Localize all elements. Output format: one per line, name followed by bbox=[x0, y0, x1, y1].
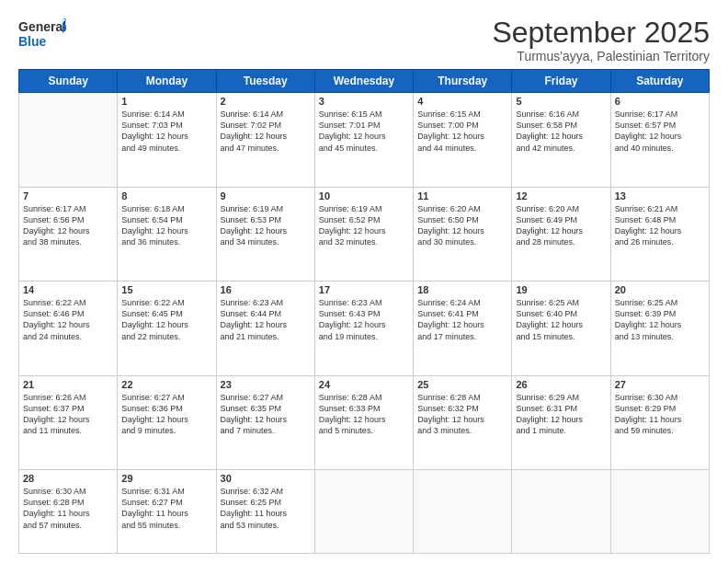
cell-content: Sunrise: 6:28 AM Sunset: 6:33 PM Dayligh… bbox=[319, 392, 409, 437]
col-thursday: Thursday bbox=[414, 70, 512, 93]
table-row: 1Sunrise: 6:14 AM Sunset: 7:03 PM Daylig… bbox=[118, 93, 216, 187]
cell-content: Sunrise: 6:18 AM Sunset: 6:54 PM Dayligh… bbox=[121, 203, 211, 248]
day-number: 2 bbox=[221, 96, 311, 107]
calendar-week-row: 28Sunrise: 6:30 AM Sunset: 6:28 PM Dayli… bbox=[19, 470, 710, 554]
day-number: 15 bbox=[121, 284, 211, 295]
table-row: 5Sunrise: 6:16 AM Sunset: 6:58 PM Daylig… bbox=[512, 93, 610, 187]
table-row: 10Sunrise: 6:19 AM Sunset: 6:52 PM Dayli… bbox=[314, 187, 413, 281]
title-area: September 2025 Turmus'ayya, Palestinian … bbox=[492, 17, 710, 63]
cell-content: Sunrise: 6:22 AM Sunset: 6:46 PM Dayligh… bbox=[23, 297, 113, 342]
day-number: 20 bbox=[615, 284, 705, 295]
day-number: 7 bbox=[23, 190, 113, 201]
day-number: 16 bbox=[221, 284, 311, 295]
table-row: 22Sunrise: 6:27 AM Sunset: 6:36 PM Dayli… bbox=[118, 375, 216, 469]
table-row bbox=[414, 470, 512, 554]
table-row bbox=[512, 470, 610, 554]
table-row: 12Sunrise: 6:20 AM Sunset: 6:49 PM Dayli… bbox=[512, 187, 610, 281]
cell-content: Sunrise: 6:14 AM Sunset: 7:03 PM Dayligh… bbox=[121, 109, 211, 154]
cell-content: Sunrise: 6:20 AM Sunset: 6:50 PM Dayligh… bbox=[417, 203, 507, 248]
cell-content: Sunrise: 6:32 AM Sunset: 6:25 PM Dayligh… bbox=[221, 486, 311, 531]
day-number: 9 bbox=[221, 190, 311, 201]
table-row: 26Sunrise: 6:29 AM Sunset: 6:31 PM Dayli… bbox=[512, 375, 610, 469]
table-row: 28Sunrise: 6:30 AM Sunset: 6:28 PM Dayli… bbox=[19, 470, 118, 554]
calendar-header-row: Sunday Monday Tuesday Wednesday Thursday… bbox=[19, 70, 710, 93]
table-row: 11Sunrise: 6:20 AM Sunset: 6:50 PM Dayli… bbox=[414, 187, 512, 281]
day-number: 23 bbox=[221, 379, 311, 390]
cell-content: Sunrise: 6:26 AM Sunset: 6:37 PM Dayligh… bbox=[23, 392, 113, 437]
cell-content: Sunrise: 6:21 AM Sunset: 6:48 PM Dayligh… bbox=[615, 203, 705, 248]
day-number: 27 bbox=[615, 379, 705, 390]
table-row: 19Sunrise: 6:25 AM Sunset: 6:40 PM Dayli… bbox=[512, 282, 610, 375]
day-number: 19 bbox=[516, 284, 606, 295]
calendar-week-row: 21Sunrise: 6:26 AM Sunset: 6:37 PM Dayli… bbox=[19, 375, 710, 469]
cell-content: Sunrise: 6:28 AM Sunset: 6:32 PM Dayligh… bbox=[417, 392, 507, 437]
col-tuesday: Tuesday bbox=[216, 70, 314, 93]
calendar-week-row: 1Sunrise: 6:14 AM Sunset: 7:03 PM Daylig… bbox=[19, 93, 710, 187]
table-row bbox=[610, 470, 709, 554]
day-number: 14 bbox=[23, 284, 113, 295]
col-sunday: Sunday bbox=[19, 70, 118, 93]
cell-content: Sunrise: 6:20 AM Sunset: 6:49 PM Dayligh… bbox=[516, 203, 606, 248]
page: General Blue September 2025 Turmus'ayya,… bbox=[0, 0, 728, 563]
day-number: 8 bbox=[121, 190, 211, 201]
cell-content: Sunrise: 6:15 AM Sunset: 7:01 PM Dayligh… bbox=[319, 109, 409, 154]
day-number: 17 bbox=[319, 284, 409, 295]
cell-content: Sunrise: 6:17 AM Sunset: 6:56 PM Dayligh… bbox=[23, 203, 113, 248]
day-number: 22 bbox=[121, 379, 211, 390]
svg-text:Blue: Blue bbox=[18, 34, 47, 49]
cell-content: Sunrise: 6:31 AM Sunset: 6:27 PM Dayligh… bbox=[121, 486, 211, 531]
day-number: 12 bbox=[516, 190, 606, 201]
table-row: 9Sunrise: 6:19 AM Sunset: 6:53 PM Daylig… bbox=[216, 187, 314, 281]
day-number: 18 bbox=[417, 284, 507, 295]
cell-content: Sunrise: 6:19 AM Sunset: 6:53 PM Dayligh… bbox=[221, 203, 311, 248]
cell-content: Sunrise: 6:17 AM Sunset: 6:57 PM Dayligh… bbox=[615, 109, 705, 154]
col-saturday: Saturday bbox=[610, 70, 709, 93]
table-row: 7Sunrise: 6:17 AM Sunset: 6:56 PM Daylig… bbox=[19, 187, 118, 281]
table-row: 18Sunrise: 6:24 AM Sunset: 6:41 PM Dayli… bbox=[414, 282, 512, 375]
table-row: 29Sunrise: 6:31 AM Sunset: 6:27 PM Dayli… bbox=[118, 470, 216, 554]
logo: General Blue bbox=[18, 17, 66, 50]
day-number: 10 bbox=[319, 190, 409, 201]
day-number: 30 bbox=[221, 473, 311, 484]
day-number: 29 bbox=[121, 473, 211, 484]
day-number: 6 bbox=[615, 96, 705, 107]
day-number: 28 bbox=[23, 473, 113, 484]
calendar-week-row: 7Sunrise: 6:17 AM Sunset: 6:56 PM Daylig… bbox=[19, 187, 710, 281]
table-row: 14Sunrise: 6:22 AM Sunset: 6:46 PM Dayli… bbox=[19, 282, 118, 375]
table-row: 27Sunrise: 6:30 AM Sunset: 6:29 PM Dayli… bbox=[610, 375, 709, 469]
table-row: 8Sunrise: 6:18 AM Sunset: 6:54 PM Daylig… bbox=[118, 187, 216, 281]
cell-content: Sunrise: 6:25 AM Sunset: 6:39 PM Dayligh… bbox=[615, 297, 705, 342]
table-row: 23Sunrise: 6:27 AM Sunset: 6:35 PM Dayli… bbox=[216, 375, 314, 469]
cell-content: Sunrise: 6:23 AM Sunset: 6:43 PM Dayligh… bbox=[319, 297, 409, 342]
cell-content: Sunrise: 6:22 AM Sunset: 6:45 PM Dayligh… bbox=[121, 297, 211, 342]
table-row: 15Sunrise: 6:22 AM Sunset: 6:45 PM Dayli… bbox=[118, 282, 216, 375]
cell-content: Sunrise: 6:27 AM Sunset: 6:35 PM Dayligh… bbox=[221, 392, 311, 437]
day-number: 5 bbox=[516, 96, 606, 107]
cell-content: Sunrise: 6:30 AM Sunset: 6:29 PM Dayligh… bbox=[615, 392, 705, 437]
svg-text:General: General bbox=[18, 19, 66, 34]
cell-content: Sunrise: 6:16 AM Sunset: 6:58 PM Dayligh… bbox=[516, 109, 606, 154]
table-row: 17Sunrise: 6:23 AM Sunset: 6:43 PM Dayli… bbox=[314, 282, 413, 375]
day-number: 25 bbox=[417, 379, 507, 390]
col-monday: Monday bbox=[118, 70, 216, 93]
col-friday: Friday bbox=[512, 70, 610, 93]
day-number: 4 bbox=[417, 96, 507, 107]
table-row: 24Sunrise: 6:28 AM Sunset: 6:33 PM Dayli… bbox=[314, 375, 413, 469]
day-number: 24 bbox=[319, 379, 409, 390]
header: General Blue September 2025 Turmus'ayya,… bbox=[18, 17, 710, 63]
cell-content: Sunrise: 6:24 AM Sunset: 6:41 PM Dayligh… bbox=[417, 297, 507, 342]
table-row: 3Sunrise: 6:15 AM Sunset: 7:01 PM Daylig… bbox=[314, 93, 413, 187]
cell-content: Sunrise: 6:23 AM Sunset: 6:44 PM Dayligh… bbox=[221, 297, 311, 342]
cell-content: Sunrise: 6:29 AM Sunset: 6:31 PM Dayligh… bbox=[516, 392, 606, 437]
day-number: 13 bbox=[615, 190, 705, 201]
table-row: 20Sunrise: 6:25 AM Sunset: 6:39 PM Dayli… bbox=[610, 282, 709, 375]
calendar-table: Sunday Monday Tuesday Wednesday Thursday… bbox=[18, 69, 710, 554]
table-row: 16Sunrise: 6:23 AM Sunset: 6:44 PM Dayli… bbox=[216, 282, 314, 375]
logo-svg: General Blue bbox=[18, 17, 66, 50]
cell-content: Sunrise: 6:15 AM Sunset: 7:00 PM Dayligh… bbox=[417, 109, 507, 154]
cell-content: Sunrise: 6:27 AM Sunset: 6:36 PM Dayligh… bbox=[121, 392, 211, 437]
cell-content: Sunrise: 6:19 AM Sunset: 6:52 PM Dayligh… bbox=[319, 203, 409, 248]
table-row: 13Sunrise: 6:21 AM Sunset: 6:48 PM Dayli… bbox=[610, 187, 709, 281]
month-title: September 2025 bbox=[492, 17, 710, 49]
table-row: 30Sunrise: 6:32 AM Sunset: 6:25 PM Dayli… bbox=[216, 470, 314, 554]
